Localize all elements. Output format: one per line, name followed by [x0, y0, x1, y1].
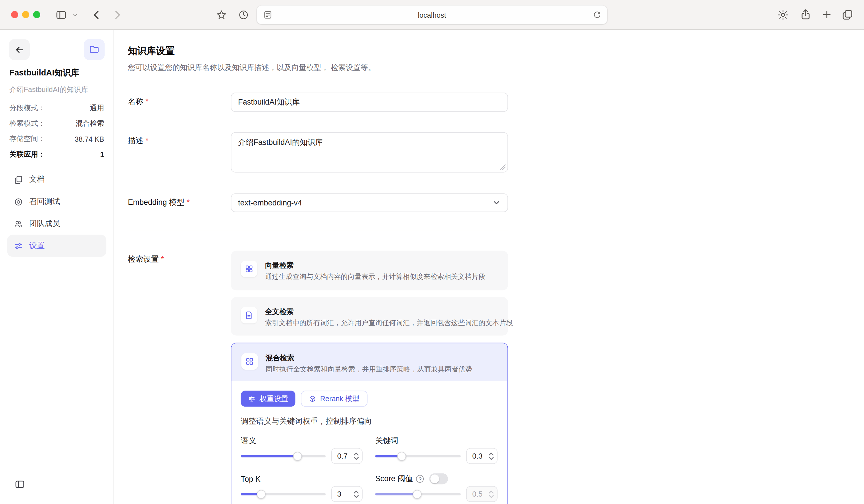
grid-icon	[241, 261, 257, 277]
slider-thumb[interactable]	[397, 452, 406, 460]
back-button[interactable]	[9, 39, 30, 60]
minimize-window-button[interactable]	[22, 11, 29, 18]
chevron-down-icon	[492, 198, 501, 207]
name-input[interactable]	[231, 93, 508, 112]
score-threshold-toggle[interactable]	[429, 473, 448, 484]
hybrid-card-header: 混合检索 同时执行全文检索和向量检索，并用重排序策略，从而兼具两者优势	[231, 343, 507, 381]
option-card-vector-search[interactable]: 向量检索 通过生成查询与文档内容的向量表示，并计算相似度来检索相关文档片段	[231, 251, 508, 290]
browser-forward-icon[interactable]	[111, 9, 123, 21]
target-icon	[14, 197, 23, 206]
stepper-arrows[interactable]	[489, 490, 494, 498]
option-card-fulltext-search[interactable]: 全文检索 索引文档中的所有词汇，允许用户查询任何词汇，并返回包含这些词汇的文本片…	[231, 297, 508, 335]
weight-settings-button[interactable]: 权重设置	[241, 391, 296, 407]
score-label: Score 阈值	[375, 474, 413, 484]
share-icon[interactable]	[800, 8, 812, 20]
hybrid-card-body: 权重设置 Rerank 模型 调整语义与关键词权重，控制排序偏向 语义	[231, 381, 507, 502]
embedding-label: Embedding 模型*	[128, 198, 189, 208]
users-icon	[14, 219, 23, 229]
stepper-arrows[interactable]	[354, 490, 359, 498]
page-settings-icon[interactable]	[263, 10, 273, 20]
slider-thumb[interactable]	[412, 490, 421, 499]
embedding-selected-value: text-embedding-v4	[238, 198, 302, 207]
description-textarea[interactable]: 介绍FastbuildAI的知识库	[231, 132, 508, 172]
score-value-input	[466, 486, 498, 502]
topk-control: Top K	[241, 473, 363, 502]
kb-description: 介绍FastbuildAI的知识库	[10, 85, 88, 95]
required-asterisk: *	[145, 97, 148, 106]
slider-thumb[interactable]	[257, 490, 266, 499]
option-card-hybrid-search[interactable]: 混合检索 同时执行全文检索和向量检索，并用重排序策略，从而兼具两者优势 权重设置…	[231, 343, 508, 504]
description-field: 介绍FastbuildAI的知识库	[231, 132, 508, 172]
sidebar-nav: 文档 召回测试 团队成员 设置	[7, 169, 106, 257]
page-title: 知识库设置	[128, 45, 175, 57]
kb-sidebar: FastbuildAI知识库 介绍FastbuildAI的知识库 分段模式： 通…	[0, 30, 114, 504]
section-divider	[128, 230, 508, 230]
weight-hint-text: 调整语义与关键词权重，控制排序偏向	[241, 417, 498, 427]
sidebar-item-settings[interactable]: 设置	[7, 235, 106, 257]
zoom-window-button[interactable]	[33, 11, 40, 18]
screen: localhost FastbuildAI知识库 介绍FastbuildAI的知…	[0, 0, 864, 504]
option-title: 混合检索	[266, 353, 294, 363]
browser-toolbar: localhost	[0, 0, 864, 30]
required-asterisk: *	[161, 254, 164, 263]
option-description: 同时执行全文检索和向量检索，并用重排序策略，从而兼具两者优势	[266, 365, 472, 374]
folder-icon	[84, 39, 105, 60]
help-icon[interactable]: ?	[416, 475, 424, 483]
score-threshold-control: Score 阈值 ?	[375, 473, 497, 502]
keyword-control: 关键词	[375, 435, 497, 464]
stat-retrieval-mode: 检索模式： 混合检索	[10, 116, 104, 131]
sidebar-item-team-members[interactable]: 团队成员	[7, 213, 106, 235]
cube-icon	[309, 395, 316, 403]
close-window-button[interactable]	[11, 11, 18, 18]
semantic-slider[interactable]	[241, 455, 326, 457]
sidebar-chevron-down-icon[interactable]	[72, 12, 78, 18]
topk-value-input	[331, 486, 363, 502]
semantic-control: 语义	[241, 435, 363, 464]
sidebar-item-documents[interactable]: 文档	[7, 169, 106, 191]
browser-sidebar-icon[interactable]	[55, 9, 67, 21]
option-title: 向量检索	[265, 261, 294, 271]
bookmark-star-icon[interactable]	[216, 10, 227, 21]
kb-stats: 分段模式： 通用 检索模式： 混合检索 存储空间： 38.74 KB 关联应用：…	[10, 100, 104, 162]
window-controls	[11, 11, 40, 18]
keyword-value-input	[466, 448, 498, 464]
topk-slider[interactable]	[241, 493, 326, 495]
browser-back-icon[interactable]	[90, 9, 102, 21]
kb-title: FastbuildAI知识库	[10, 68, 79, 78]
tab-overview-icon[interactable]	[841, 9, 853, 21]
address-bar[interactable]: localhost	[257, 5, 608, 24]
history-clock-icon[interactable]	[238, 10, 249, 21]
stat-segment-mode: 分段模式： 通用	[10, 100, 104, 116]
stepper-arrows[interactable]	[354, 452, 359, 460]
toggle-knob	[431, 474, 440, 483]
option-description: 索引文档中的所有词汇，允许用户查询任何词汇，并返回包含这些词汇的文本片段	[265, 319, 513, 328]
option-description: 通过生成查询与文档内容的向量表示，并计算相似度来检索相关文档片段	[265, 272, 485, 282]
description-label: 描述*	[128, 136, 148, 146]
document-icon	[241, 307, 257, 323]
name-label: 名称*	[128, 97, 148, 107]
document-icon	[14, 175, 23, 184]
grid-icon	[241, 353, 258, 370]
scale-icon	[248, 395, 256, 403]
stat-linked-apps: 关联应用： 1	[10, 147, 104, 162]
keyword-slider[interactable]	[375, 455, 460, 457]
embedding-select[interactable]: text-embedding-v4	[231, 193, 508, 212]
required-asterisk: *	[145, 136, 148, 145]
collapse-sidebar-icon[interactable]	[14, 479, 25, 490]
stepper-arrows[interactable]	[489, 452, 494, 460]
semantic-label: 语义	[241, 435, 363, 446]
new-tab-plus-icon[interactable]	[821, 10, 832, 20]
score-slider[interactable]	[375, 493, 460, 495]
sidebar-item-recall-test[interactable]: 召回测试	[7, 191, 106, 213]
keyword-label: 关键词	[375, 435, 497, 446]
option-title: 全文检索	[265, 307, 294, 317]
settings-gear-icon[interactable]	[777, 9, 789, 21]
semantic-value-input	[331, 448, 363, 464]
settings-main: 知识库设置 您可以设置您的知识库名称以及知识库描述，以及向量模型， 检索设置等。…	[114, 30, 864, 504]
rerank-model-button[interactable]: Rerank 模型	[301, 391, 367, 407]
stat-storage: 存储空间： 38.74 KB	[10, 131, 104, 147]
required-asterisk: *	[187, 198, 190, 206]
reload-icon[interactable]	[592, 10, 602, 20]
topk-label: Top K	[241, 473, 363, 484]
slider-thumb[interactable]	[293, 452, 302, 460]
